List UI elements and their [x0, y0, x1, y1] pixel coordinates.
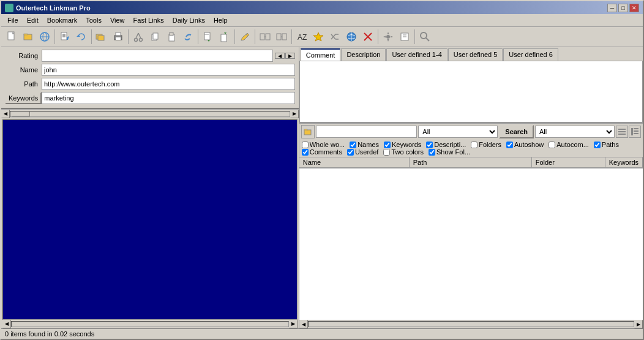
results-area: Name Path Folder Keywords: [299, 157, 643, 319]
app-title: Outertech Linkman Pro: [16, 4, 91, 12]
sync-right-button[interactable]: [274, 29, 290, 45]
menu-fast-links[interactable]: Fast Links: [130, 15, 168, 25]
sync-left-button[interactable]: [257, 29, 273, 45]
tab-user-defined-6[interactable]: User defined 6: [503, 48, 558, 61]
path-input[interactable]: [42, 78, 295, 90]
edit-doc-button[interactable]: [57, 29, 73, 45]
search-scope-dropdown[interactable]: All: [418, 126, 498, 138]
copy-folder-button[interactable]: [94, 29, 110, 45]
menu-edit[interactable]: Edit: [23, 15, 42, 25]
svg-rect-33: [266, 34, 270, 40]
svg-rect-32: [260, 34, 264, 40]
new-button[interactable]: [4, 29, 20, 45]
search-input[interactable]: [316, 126, 417, 138]
import-button[interactable]: [200, 29, 216, 45]
svg-rect-13: [98, 36, 104, 40]
left-bottom-scroll-right[interactable]: ▶: [289, 320, 298, 328]
delete-button[interactable]: [360, 29, 376, 45]
tab-comment[interactable]: Comment: [301, 48, 341, 61]
favorite-button[interactable]: [310, 29, 326, 45]
close-button[interactable]: ✕: [629, 4, 639, 12]
paste-button[interactable]: [163, 29, 179, 45]
export3-button[interactable]: [397, 29, 413, 45]
cb-keywords-input[interactable]: [384, 142, 391, 148]
copy-button[interactable]: [147, 29, 163, 45]
cb-whole-words-input[interactable]: [302, 142, 309, 148]
refresh-button[interactable]: [73, 29, 89, 45]
menu-view[interactable]: View: [107, 15, 129, 25]
cb-show-fol-input[interactable]: [429, 149, 435, 156]
svg-rect-28: [221, 34, 227, 42]
menu-file[interactable]: File: [4, 15, 22, 25]
cb-paths-input[interactable]: [594, 142, 601, 148]
col-header-path[interactable]: Path: [410, 157, 532, 168]
minimize-button[interactable]: ─: [607, 4, 617, 12]
left-list-area[interactable]: [2, 119, 298, 319]
cb-comments-input[interactable]: [302, 149, 309, 156]
svg-rect-35: [277, 34, 281, 40]
toolbar-sep-6: [255, 29, 255, 44]
search-button[interactable]: Search: [499, 125, 534, 138]
status-bar: 0 items found in 0.02 seconds: [1, 328, 643, 339]
menu-daily-links[interactable]: Daily Links: [169, 15, 209, 25]
svg-rect-57: [618, 131, 626, 132]
cb-names-input[interactable]: [350, 142, 356, 148]
menu-bar: File Edit Bookmark Tools View Fast Links…: [1, 14, 643, 27]
rating-field[interactable]: [42, 50, 273, 62]
tab-description[interactable]: Description: [341, 48, 386, 61]
rating-next[interactable]: ▶: [285, 53, 295, 59]
view-detail-button[interactable]: [629, 126, 641, 138]
tab-user-defined-5[interactable]: User defined 5: [448, 48, 503, 61]
view-list-button[interactable]: [616, 126, 628, 138]
name-input[interactable]: [42, 64, 295, 76]
scroll-left-btn[interactable]: ◀: [1, 110, 10, 118]
rating-prev[interactable]: ◀: [275, 53, 285, 59]
cut-button[interactable]: [130, 29, 146, 45]
toolbar-sep-7: [291, 29, 292, 44]
web-button[interactable]: [37, 29, 53, 45]
link-button[interactable]: [180, 29, 196, 45]
menu-tools[interactable]: Tools: [82, 15, 105, 25]
sort-button[interactable]: AZ: [294, 29, 310, 45]
open-button[interactable]: [20, 29, 36, 45]
tab-user-defined-14[interactable]: User defined 1-4: [386, 48, 447, 61]
settings-button[interactable]: [380, 29, 396, 45]
left-bottom-scrollbar: ◀ ▶: [2, 320, 298, 328]
col-header-folder[interactable]: Folder: [532, 157, 605, 168]
results-scroll-left[interactable]: ◀: [299, 320, 308, 328]
left-scroll-thumb[interactable]: [12, 111, 30, 116]
cb-userdef-input[interactable]: [347, 149, 354, 156]
svg-line-19: [136, 33, 138, 39]
menu-bookmark[interactable]: Bookmark: [43, 15, 81, 25]
rating-row: Rating ◀ ▶: [5, 50, 295, 62]
export-button[interactable]: [217, 29, 233, 45]
menu-help[interactable]: Help: [210, 15, 231, 25]
cb-autoshow-input[interactable]: [506, 142, 513, 148]
col-header-keywords[interactable]: Keywords: [605, 157, 643, 168]
search-filter-dropdown[interactable]: All: [535, 126, 615, 138]
cb-folders-input[interactable]: [471, 142, 477, 148]
cb-descriptions-input[interactable]: [426, 142, 433, 148]
results-scroll-right[interactable]: ▶: [634, 320, 643, 328]
path-label: Path: [5, 80, 42, 88]
cb-autocom-input[interactable]: [549, 142, 555, 148]
edit2-button[interactable]: [237, 29, 253, 45]
col-header-name[interactable]: Name: [299, 157, 410, 168]
maximize-button[interactable]: □: [618, 4, 628, 12]
scroll-right-btn-left[interactable]: ▶: [290, 110, 299, 118]
print-button[interactable]: [110, 29, 126, 45]
search-folder-icon[interactable]: [301, 125, 315, 138]
search-toolbar-button[interactable]: [417, 29, 433, 45]
search-input-wrap: [316, 126, 417, 138]
keywords-button[interactable]: Keywords: [5, 92, 42, 104]
svg-point-17: [135, 39, 138, 42]
keywords-input[interactable]: [42, 92, 294, 104]
form-area: Rating ◀ ▶ Name Path: [1, 47, 299, 110]
globe2-button[interactable]: [343, 29, 359, 45]
shuffle-button[interactable]: [327, 29, 343, 45]
cb-two-colors-input[interactable]: [383, 149, 390, 156]
svg-marker-30: [241, 33, 249, 40]
tab-content-area: [299, 61, 643, 123]
list-selected-row[interactable]: [3, 120, 297, 132]
left-bottom-scroll-left[interactable]: ◀: [2, 320, 11, 328]
